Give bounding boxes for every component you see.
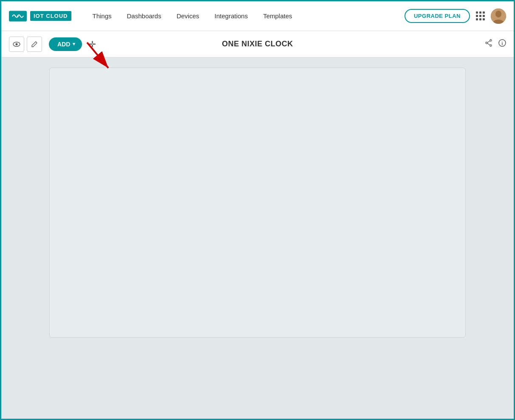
info-icon[interactable]: i: [498, 39, 506, 49]
toolbar-right: i: [485, 39, 506, 49]
grid-dot: [483, 11, 485, 14]
toolbar: ADD ▾ ✛ ONE NIXIE CLOCK i: [1, 31, 514, 57]
main-content: [1, 57, 514, 420]
grid-dot: [476, 11, 478, 14]
info-svg: i: [498, 39, 506, 47]
avatar-image: [491, 9, 506, 24]
grid-dot: [479, 11, 481, 14]
grid-dot: [479, 18, 481, 20]
svg-line-9: [487, 41, 490, 43]
svg-line-10: [487, 43, 490, 45]
edit-mode-button[interactable]: [27, 37, 42, 52]
svg-point-5: [16, 43, 18, 45]
svg-point-2: [495, 11, 501, 17]
grid-dot: [483, 18, 485, 20]
grid-dot: [476, 18, 478, 20]
upgrade-plan-button[interactable]: UPGRADE PLAN: [405, 9, 470, 23]
nav-devices[interactable]: Devices: [170, 9, 205, 23]
svg-text:i: i: [502, 41, 503, 46]
add-chevron-icon: ▾: [73, 41, 75, 47]
view-mode-button[interactable]: [9, 37, 24, 52]
eye-icon: [13, 40, 20, 48]
share-icon[interactable]: [485, 39, 492, 49]
share-svg: [485, 39, 492, 47]
user-avatar[interactable]: [491, 9, 506, 24]
header: IOT CLOUD Things Dashboards Devices Inte…: [1, 1, 514, 31]
toolbar-left: ADD ▾ ✛: [9, 37, 96, 52]
nav-things[interactable]: Things: [87, 9, 118, 23]
grid-dot: [483, 15, 485, 17]
dashboard-title: ONE NIXIE CLOCK: [222, 40, 293, 48]
svg-point-6: [490, 40, 492, 41]
dashboard-canvas: [49, 68, 466, 338]
svg-point-8: [486, 42, 487, 44]
apps-grid-icon[interactable]: [476, 11, 485, 20]
grid-dot: [476, 15, 478, 17]
add-button[interactable]: ADD ▾: [49, 37, 82, 51]
header-right: UPGRADE PLAN: [405, 9, 506, 24]
grid-dot: [479, 15, 481, 17]
main-nav: Things Dashboards Devices Integrations T…: [87, 9, 405, 23]
nav-templates[interactable]: Templates: [257, 9, 298, 23]
svg-point-7: [490, 45, 492, 46]
logo-area: IOT CLOUD: [9, 10, 71, 22]
edit-icon: [31, 41, 38, 48]
add-label: ADD: [57, 41, 70, 48]
nav-dashboards[interactable]: Dashboards: [121, 9, 167, 23]
arduino-logo-icon: [9, 10, 27, 22]
logo-badge: IOT CLOUD: [30, 11, 71, 21]
move-icon[interactable]: ✛: [89, 39, 96, 49]
nav-integrations[interactable]: Integrations: [209, 9, 254, 23]
